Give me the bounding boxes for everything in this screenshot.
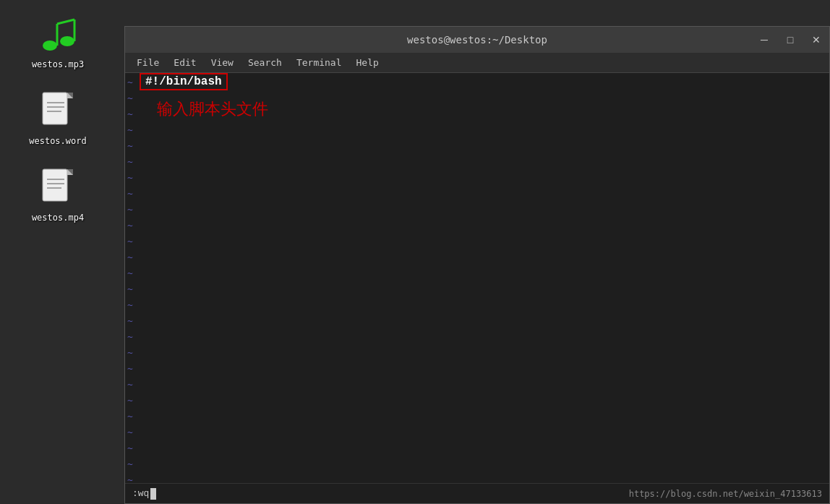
desktop-icon-mp3[interactable]: westos.mp3 [32,14,84,69]
svg-point-1 [60,36,74,46]
desktop-icon-word[interactable]: westos.word [29,91,86,146]
tilde-3: ~ [127,106,133,122]
music-file-icon [38,14,78,55]
shebang-highlight: #!/bin/bash [140,73,228,90]
tilde-26: ~ [127,472,133,483]
tilde-15: ~ [127,297,133,313]
word-label: westos.word [29,136,86,146]
tilde-10: ~ [127,218,133,234]
svg-rect-11 [43,169,67,201]
url-text: https://blog.csdn.net/weixin_47133613 [629,489,822,499]
tilde-5: ~ [127,138,133,154]
tilde-6: ~ [127,154,133,170]
mp3-label: westos.mp3 [32,59,84,69]
title-bar: westos@westos:~/Desktop ─ □ ✕ [125,27,829,53]
minimize-button[interactable]: ─ [751,27,777,53]
tilde-9: ~ [127,202,133,218]
svg-line-4 [57,20,74,24]
tilde-20: ~ [127,377,133,393]
menu-file[interactable]: File [131,56,165,69]
command-text: :wq [132,488,149,499]
tilde-14: ~ [127,281,133,297]
vim-command: :wq [132,488,156,500]
svg-rect-7 [67,93,73,98]
menu-search[interactable]: Search [242,56,288,69]
window-controls: ─ □ ✕ [751,27,829,53]
tilde-22: ~ [127,409,133,424]
cursor-block [150,488,156,500]
word-file-icon [38,91,78,132]
tilde-12: ~ [127,249,133,265]
desktop-icon-mp4[interactable]: westos.mp4 [32,168,84,223]
svg-rect-5 [43,93,67,124]
editor-area[interactable]: ~ ~ ~ ~ ~ ~ ~ ~ ~ ~ ~ ~ ~ ~ ~ ~ ~ ~ ~ ~ [125,73,829,483]
menu-help[interactable]: Help [351,56,385,69]
status-bar: :wq https://blog.csdn.net/weixin_4713361… [125,483,829,503]
mp4-file-icon [38,168,78,208]
menu-edit[interactable]: Edit [168,56,202,69]
menu-bar: File Edit View Search Terminal Help [125,53,829,73]
editor-content[interactable]: #!/bin/bash 输入脚本头文件 [135,73,829,483]
tilde-21: ~ [127,393,133,409]
terminal-window: westos@westos:~/Desktop ─ □ ✕ File Edit … [124,26,830,504]
svg-rect-13 [67,169,73,175]
menu-terminal[interactable]: Terminal [291,56,348,69]
tilde-11: ~ [127,234,133,249]
mp4-label: westos.mp4 [32,213,84,223]
tilde-19: ~ [127,361,133,377]
line-numbers: ~ ~ ~ ~ ~ ~ ~ ~ ~ ~ ~ ~ ~ ~ ~ ~ ~ ~ ~ ~ [125,73,135,483]
annotation-text: 输入脚本头文件 [157,98,268,120]
desktop-icon-area: westos.mp3 westos.word [0,0,116,504]
close-button[interactable]: ✕ [803,27,829,53]
tilde-13: ~ [127,265,133,281]
svg-point-0 [43,40,57,51]
menu-view[interactable]: View [205,56,239,69]
tilde-25: ~ [127,456,133,472]
tilde-4: ~ [127,122,133,138]
shebang-line: #!/bin/bash [145,75,222,88]
tilde-17: ~ [127,329,133,345]
tilde-18: ~ [127,345,133,361]
tilde-1: ~ [127,74,133,90]
tilde-8: ~ [127,186,133,202]
tilde-23: ~ [127,424,133,440]
window-title: westos@westos:~/Desktop [407,34,547,46]
maximize-button[interactable]: □ [777,27,803,53]
tilde-16: ~ [127,313,133,329]
tilde-7: ~ [127,170,133,186]
desktop: westos.mp3 westos.word [0,0,830,504]
tilde-2: ~ [127,90,133,106]
tilde-24: ~ [127,440,133,456]
